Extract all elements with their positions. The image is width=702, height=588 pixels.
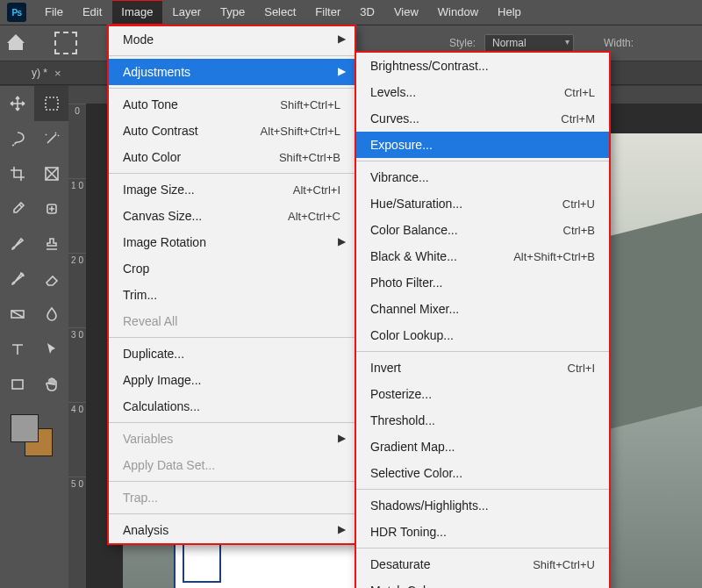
adjustments-menu-threshold[interactable]: Threshold... — [356, 407, 609, 434]
menu-item-shortcut: Ctrl+I — [408, 362, 595, 375]
ruler-tick: 0 — [68, 104, 86, 178]
menu-item-label: Brightness/Contrast... — [370, 59, 489, 73]
image-menu-mode[interactable]: Mode▶ — [109, 26, 355, 53]
adjustments-menu-photo-filter[interactable]: Photo Filter... — [356, 269, 609, 296]
menu-filter[interactable]: Filter — [305, 0, 350, 25]
menu-separator — [109, 513, 355, 514]
menu-window[interactable]: Window — [428, 0, 488, 25]
image-menu-analysis[interactable]: Analysis▶ — [109, 517, 355, 543]
image-menu-auto-color[interactable]: Auto ColorShift+Ctrl+B — [109, 144, 355, 170]
lasso-tool[interactable] — [0, 121, 34, 156]
image-menu-canvas-size[interactable]: Canvas Size...Alt+Ctrl+C — [109, 203, 355, 229]
rectangle-tool[interactable] — [0, 367, 34, 402]
image-menu-auto-tone[interactable]: Auto ToneShift+Ctrl+L — [109, 91, 355, 118]
menu-item-label: Hue/Saturation... — [370, 197, 462, 211]
menu-type[interactable]: Type — [211, 0, 254, 25]
menu-item-shortcut: Shift+Ctrl+L — [185, 98, 340, 111]
adjustments-menu-match-color[interactable]: Match Color... — [356, 577, 609, 588]
adjustments-menu-posterize[interactable]: Posterize... — [356, 381, 609, 407]
menu-edit[interactable]: Edit — [73, 0, 111, 25]
menu-image[interactable]: Image — [111, 0, 162, 25]
foreground-color-swatch[interactable] — [11, 414, 39, 442]
menu-separator — [109, 88, 355, 89]
menu-item-label: Levels... — [370, 85, 416, 99]
menu-item-label: HDR Toning... — [370, 525, 447, 539]
submenu-arrow-icon: ▶ — [338, 523, 346, 535]
style-label: Style: — [449, 37, 476, 49]
magic-wand-tool[interactable] — [34, 121, 68, 156]
adjustments-menu-vibrance[interactable]: Vibrance... — [356, 164, 609, 190]
svg-rect-4 — [12, 380, 23, 389]
image-menu-image-rotation[interactable]: Image Rotation▶ — [109, 229, 355, 255]
adjustments-menu-shadows-highlights[interactable]: Shadows/Highlights... — [356, 492, 609, 519]
image-menu-auto-contrast[interactable]: Auto ContrastAlt+Shift+Ctrl+L — [109, 118, 355, 144]
menu-item-shortcut: Alt+Shift+Ctrl+L — [205, 125, 340, 138]
adjustments-menu-color-balance[interactable]: Color Balance...Ctrl+B — [356, 217, 609, 243]
menu-item-label: Selective Color... — [370, 466, 462, 480]
menu-select[interactable]: Select — [254, 0, 305, 25]
history-brush-tool[interactable] — [0, 262, 34, 297]
app-logo: Ps — [7, 3, 26, 22]
menu-view[interactable]: View — [384, 0, 428, 25]
image-menu-variables: Variables▶ — [109, 426, 355, 452]
image-menu-calculations[interactable]: Calculations... — [109, 393, 355, 419]
menu-item-label: Exposure... — [370, 138, 433, 152]
color-swatches[interactable] — [11, 414, 53, 456]
tab-label-fragment[interactable]: ) * — [37, 67, 47, 79]
adjustments-submenu: Brightness/Contrast...Levels...Ctrl+LCur… — [355, 51, 611, 588]
marquee-tool[interactable] — [34, 86, 68, 121]
menu-3d[interactable]: 3D — [350, 0, 384, 25]
adjustments-menu-black-white[interactable]: Black & White...Alt+Shift+Ctrl+B — [356, 243, 609, 269]
home-icon[interactable] — [7, 34, 25, 52]
menu-item-label: Image Rotation — [123, 235, 206, 249]
hand-tool[interactable] — [34, 367, 68, 402]
image-menu-apply-image[interactable]: Apply Image... — [109, 367, 355, 393]
brush-tool[interactable] — [0, 226, 34, 262]
adjustments-menu-gradient-map[interactable]: Gradient Map... — [356, 434, 609, 460]
adjustments-menu-levels[interactable]: Levels...Ctrl+L — [356, 79, 609, 105]
adjustments-menu-brightness-contrast[interactable]: Brightness/Contrast... — [356, 53, 609, 79]
stamp-tool[interactable] — [34, 226, 68, 262]
adjustments-menu-curves[interactable]: Curves...Ctrl+M — [356, 105, 609, 132]
adjustments-menu-desaturate[interactable]: DesaturateShift+Ctrl+U — [356, 551, 609, 577]
gradient-tool[interactable] — [0, 297, 34, 332]
adjustments-menu-hue-saturation[interactable]: Hue/Saturation...Ctrl+U — [356, 190, 609, 217]
blur-tool[interactable] — [34, 297, 68, 332]
menu-item-label: Curves... — [370, 111, 419, 125]
style-dropdown[interactable]: Normal — [484, 34, 574, 52]
svg-rect-0 — [46, 97, 58, 110]
menu-item-label: Gradient Map... — [370, 440, 455, 454]
image-menu-image-size[interactable]: Image Size...Alt+Ctrl+I — [109, 176, 355, 203]
menu-item-label: Crop — [123, 262, 149, 276]
crop-tool[interactable] — [0, 156, 34, 191]
image-menu-trap: Trap... — [109, 484, 355, 511]
frame-tool[interactable] — [34, 156, 68, 191]
close-tab-icon[interactable]: × — [54, 67, 61, 80]
adjustments-menu-exposure[interactable]: Exposure... — [356, 132, 609, 158]
image-menu-trim[interactable]: Trim... — [109, 282, 355, 308]
image-menu-crop[interactable]: Crop — [109, 255, 355, 282]
menu-item-label: Reveal All — [123, 314, 177, 328]
path-selection-tool[interactable] — [34, 332, 68, 367]
type-tool[interactable] — [0, 332, 34, 367]
adjustments-menu-selective-color[interactable]: Selective Color... — [356, 460, 609, 486]
menu-help[interactable]: Help — [488, 0, 531, 25]
menubar: Ps FileEditImageLayerTypeSelectFilter3DV… — [0, 0, 702, 25]
eraser-tool[interactable] — [34, 262, 68, 297]
menu-item-shortcut: Shift+Ctrl+B — [188, 151, 340, 164]
image-menu-duplicate[interactable]: Duplicate... — [109, 341, 355, 367]
menu-item-label: Photo Filter... — [370, 276, 442, 290]
menu-file[interactable]: File — [35, 0, 73, 25]
move-tool[interactable] — [0, 86, 34, 121]
heal-tool[interactable] — [34, 191, 68, 226]
adjustments-menu-channel-mixer[interactable]: Channel Mixer... — [356, 296, 609, 322]
menu-layer[interactable]: Layer — [163, 0, 211, 25]
menu-item-label: Apply Data Set... — [123, 458, 215, 472]
adjustments-menu-color-lookup[interactable]: Color Lookup... — [356, 322, 609, 348]
ruler-tick: 1 0 — [68, 178, 86, 253]
adjustments-menu-invert[interactable]: InvertCtrl+I — [356, 355, 609, 381]
eyedropper-tool[interactable] — [0, 191, 34, 226]
ruler-tick: 2 0 — [68, 253, 86, 327]
adjustments-menu-hdr-toning[interactable]: HDR Toning... — [356, 519, 609, 545]
image-menu-adjustments[interactable]: Adjustments▶ — [109, 59, 355, 85]
